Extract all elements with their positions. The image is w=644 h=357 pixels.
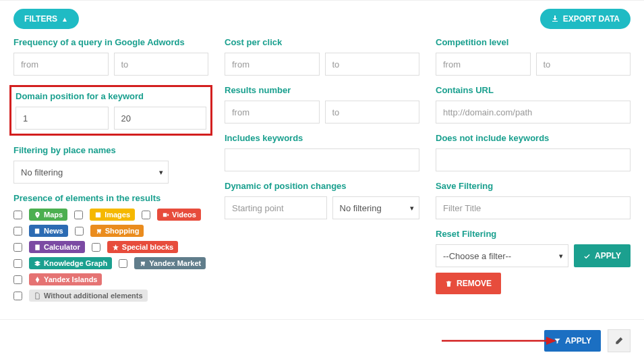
results-from-input[interactable] xyxy=(225,101,320,123)
place-filter-select[interactable]: No filtering xyxy=(13,161,169,184)
arrow-annotation xyxy=(442,335,556,346)
competition-to-input[interactable] xyxy=(536,53,631,76)
save-filtering-label: Save Filtering xyxy=(436,181,631,191)
dynamic-label: Dynamic of position changes xyxy=(225,181,419,191)
presence-label: Presence of elements in the results xyxy=(13,193,208,203)
position-to-input[interactable] xyxy=(114,107,207,130)
calculator-checkbox[interactable] xyxy=(13,243,22,252)
svg-marker-1 xyxy=(546,337,556,345)
filters-toggle-button[interactable]: FILTERS ▲ xyxy=(13,9,79,29)
without-elements-checkbox[interactable] xyxy=(13,292,22,300)
competition-label: Competition level xyxy=(436,37,631,47)
reset-filtering-label: Reset Filtering xyxy=(436,229,631,239)
news-checkbox[interactable] xyxy=(13,227,22,236)
domain-position-group-highlighted: Domain position for a keyword xyxy=(9,85,212,136)
cpc-label: Cost per click xyxy=(225,37,419,47)
news-badge: News xyxy=(29,225,68,237)
results-label: Results number xyxy=(225,85,419,95)
special-blocks-badge: Special blocks xyxy=(107,241,178,253)
yandex-market-checkbox[interactable] xyxy=(119,259,127,268)
filters-label: FILTERS xyxy=(24,14,57,24)
export-label: EXPORT DATA xyxy=(563,14,620,24)
shopping-checkbox[interactable] xyxy=(75,227,84,236)
domain-position-label: Domain position for a keyword xyxy=(16,91,206,101)
includes-kw-input[interactable] xyxy=(225,148,419,171)
filters-column-3: Competition level Contains URL Does not … xyxy=(436,37,631,311)
special-blocks-checkbox[interactable] xyxy=(92,243,100,252)
frequency-from-input[interactable] xyxy=(13,53,109,76)
cpc-from-input[interactable] xyxy=(225,53,320,76)
knowledge-graph-badge: Knowledge Graph xyxy=(29,257,112,269)
download-icon xyxy=(551,15,559,23)
place-filter-label: Filtering by place names xyxy=(13,145,208,155)
chevron-up-icon: ▲ xyxy=(61,16,68,23)
trash-icon xyxy=(445,280,452,287)
filters-column-1: Frequency of a query in Google Adwords D… xyxy=(13,37,208,311)
position-from-input[interactable] xyxy=(16,107,109,130)
frequency-label: Frequency of a query in Google Adwords xyxy=(13,37,208,47)
filter-remove-button[interactable]: REMOVE xyxy=(436,273,501,294)
filter-title-input[interactable] xyxy=(436,196,631,219)
videos-checkbox[interactable] xyxy=(142,211,150,219)
yandex-islands-checkbox[interactable] xyxy=(13,275,22,284)
contains-url-input[interactable] xyxy=(436,101,631,123)
videos-badge: Videos xyxy=(157,209,201,221)
images-badge: Images xyxy=(90,209,135,221)
results-to-input[interactable] xyxy=(325,101,420,123)
calculator-badge: Calculator xyxy=(29,241,85,253)
export-data-button[interactable]: EXPORT DATA xyxy=(540,9,631,29)
includes-kw-label: Includes keywords xyxy=(225,133,419,143)
eraser-icon xyxy=(614,336,624,346)
shopping-badge: Shopping xyxy=(90,225,144,237)
dynamic-filter-select[interactable]: No filtering xyxy=(332,196,420,219)
frequency-to-input[interactable] xyxy=(114,53,209,76)
footer-clear-button[interactable] xyxy=(608,329,631,352)
filter-apply-button[interactable]: APPLY xyxy=(574,244,631,267)
yandex-market-badge: Yandex Market xyxy=(134,257,206,269)
maps-checkbox[interactable] xyxy=(13,211,22,219)
without-elements-badge: Without additional elements xyxy=(29,290,148,302)
contains-url-label: Contains URL xyxy=(436,85,631,95)
competition-from-input[interactable] xyxy=(436,53,531,76)
check-icon xyxy=(583,252,591,260)
maps-badge: Maps xyxy=(29,209,67,221)
images-checkbox[interactable] xyxy=(74,211,83,219)
starting-point-input[interactable] xyxy=(225,196,327,219)
not-include-kw-input[interactable] xyxy=(436,148,631,171)
not-include-kw-label: Does not include keywords xyxy=(436,133,631,143)
cpc-to-input[interactable] xyxy=(325,53,420,76)
knowledge-graph-checkbox[interactable] xyxy=(13,259,22,268)
reset-filter-select[interactable]: --Choose a filter-- xyxy=(436,244,568,267)
yandex-islands-badge: Yandex Islands xyxy=(29,273,102,285)
filters-column-2: Cost per click Results number Includes k… xyxy=(225,37,419,311)
